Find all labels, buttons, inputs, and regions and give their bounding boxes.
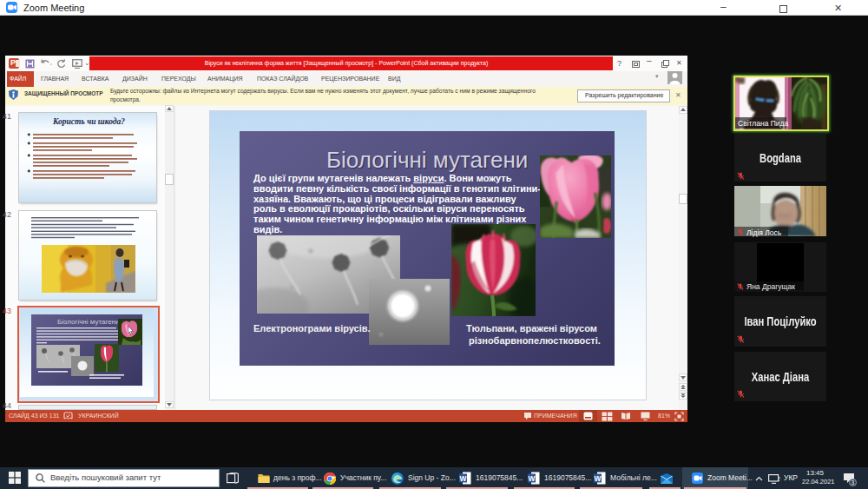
svg-text:W: W (529, 474, 536, 483)
svg-text:W: W (595, 474, 602, 483)
svg-text:W: W (460, 474, 467, 483)
